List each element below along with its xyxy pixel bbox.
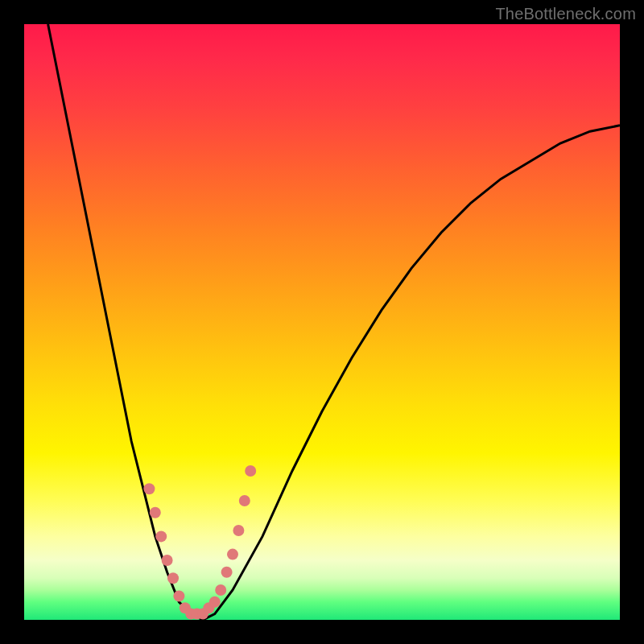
data-point — [233, 525, 244, 536]
data-point — [167, 572, 179, 584]
watermark-text: TheBottleneck.com — [495, 5, 636, 23]
data-point — [209, 597, 221, 608]
data-point — [173, 590, 184, 601]
data-point — [245, 465, 256, 477]
bottleneck-curve-path — [48, 24, 620, 620]
data-point — [155, 530, 167, 542]
data-point — [227, 549, 238, 560]
data-point — [239, 495, 250, 506]
curve-svg — [24, 24, 620, 620]
chart-frame: TheBottleneck.com — [0, 0, 644, 644]
marker-group — [143, 465, 256, 620]
data-point — [215, 584, 226, 596]
data-point — [221, 567, 233, 578]
data-point — [162, 555, 173, 566]
plot-area — [24, 24, 620, 620]
data-point — [143, 483, 155, 494]
data-point — [150, 507, 161, 518]
